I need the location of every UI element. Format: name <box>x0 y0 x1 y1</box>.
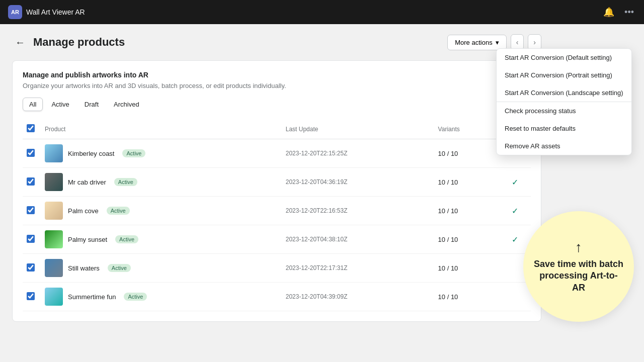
table-header-row: Product Last Update Variants <box>23 119 531 139</box>
table-row: Palmy sunset Active 2023-12-20T04:38:10Z… <box>23 225 531 254</box>
variants-cell: 10 / 10 <box>434 197 499 225</box>
status-badge: Active <box>114 178 137 186</box>
card-description: Organize your artworks into AR and 3D vi… <box>23 82 531 89</box>
nav-left: AR Wall Art Viewer AR <box>8 5 85 19</box>
product-cell: Palm cove Active <box>41 197 282 225</box>
row-checkbox-cell <box>23 168 41 197</box>
card-title: Manage and publish artworks into AR <box>23 71 531 79</box>
product-cell: Summertime fun Active <box>41 283 282 311</box>
row-checkbox[interactable] <box>27 177 35 186</box>
dropdown-item-remove-ar[interactable]: Remove AR assets <box>497 137 631 155</box>
row-checkbox-cell <box>23 283 41 311</box>
tooltip-arrow: ↑ <box>575 239 582 255</box>
product-thumbnail <box>45 259 63 277</box>
check-mark-icon: ✓ <box>512 207 518 215</box>
filter-tabs: All Active Draft Archived <box>23 98 531 111</box>
back-button[interactable]: ← <box>12 36 28 49</box>
product-name: Palmy sunset <box>68 236 107 243</box>
variants-cell: 10 / 10 <box>434 139 499 168</box>
check-cell: ✓ <box>499 197 531 225</box>
table-row: Palm cove Active 2023-12-20T22:16:53Z 10… <box>23 197 531 225</box>
product-thumbnail <box>45 144 63 162</box>
nav-right: 🔔 ••• <box>601 5 636 20</box>
status-badge: Active <box>124 293 147 301</box>
product-column-header: Product <box>41 119 282 139</box>
table-row: Kimberley coast Active 2023-12-20T22:15:… <box>23 139 531 168</box>
product-cell: Mr cab driver Active <box>41 168 282 197</box>
row-checkbox-cell <box>23 225 41 254</box>
row-checkbox[interactable] <box>27 292 35 300</box>
product-name: Still waters <box>68 264 100 272</box>
page-header: ← Manage products More actions ▾ ‹ › <box>12 34 541 50</box>
products-card: Manage and publish artworks into AR Orga… <box>12 60 541 322</box>
product-thumbnail <box>45 173 63 191</box>
row-checkbox-cell <box>23 197 41 225</box>
variants-cell: 10 / 10 <box>434 254 499 283</box>
dropdown-menu: Start AR Conversion (Default setting) St… <box>496 48 632 155</box>
products-table: Product Last Update Variants Kimberley c… <box>23 119 531 311</box>
row-checkbox[interactable] <box>27 206 35 214</box>
product-cell: Still waters Active <box>41 254 282 283</box>
last-update-cell: 2023-12-20T22:17:31Z <box>282 254 434 283</box>
last-update-cell: 2023-12-20T04:36:19Z <box>282 168 434 197</box>
variants-cell: 10 / 10 <box>434 225 499 254</box>
product-name: Kimberley coast <box>68 150 114 157</box>
tab-archived[interactable]: Archived <box>107 98 146 111</box>
product-cell: Kimberley coast Active <box>41 139 282 168</box>
page-title: Manage products <box>33 36 125 49</box>
dropdown-item-start-ar-landscape[interactable]: Start AR Conversion (Landscape setting) <box>497 84 631 102</box>
last-update-cell: 2023-12-20T04:39:09Z <box>282 283 434 311</box>
main-content: ← Manage products More actions ▾ ‹ › Man… <box>0 24 553 332</box>
tab-draft[interactable]: Draft <box>78 98 105 111</box>
table-row: Still waters Active 2023-12-20T22:17:31Z… <box>23 254 531 283</box>
product-name: Mr cab driver <box>68 178 106 186</box>
dropdown-item-start-ar-default[interactable]: Start AR Conversion (Default setting) <box>497 49 631 66</box>
status-badge: Active <box>122 149 145 157</box>
select-all-checkbox[interactable] <box>27 124 35 132</box>
app-name: Wall Art Viewer AR <box>26 8 85 16</box>
tab-all[interactable]: All <box>23 98 43 111</box>
product-thumbnail <box>45 288 63 306</box>
header-left: ← Manage products <box>12 36 125 49</box>
more-actions-button[interactable]: More actions ▾ <box>447 35 506 50</box>
product-cell: Palmy sunset Active <box>41 225 282 254</box>
top-nav: AR Wall Art Viewer AR 🔔 ••• <box>0 0 644 24</box>
row-checkbox-cell <box>23 254 41 283</box>
product-thumbnail <box>45 230 63 248</box>
status-badge: Active <box>107 207 130 215</box>
variants-cell: 10 / 10 <box>434 168 499 197</box>
product-thumbnail <box>45 202 63 220</box>
row-checkbox[interactable] <box>27 149 35 157</box>
check-mark-icon: ✓ <box>512 178 518 187</box>
last-update-cell: 2023-12-20T04:38:10Z <box>282 225 434 254</box>
lastupdate-column-header: Last Update <box>282 119 434 139</box>
last-update-cell: 2023-12-20T22:16:53Z <box>282 197 434 225</box>
variants-column-header: Variants <box>434 119 499 139</box>
check-cell: ✓ <box>499 168 531 197</box>
status-badge: Active <box>115 235 138 243</box>
dropdown-item-check-processing[interactable]: Check processing status <box>497 102 631 120</box>
dropdown-item-reset-master[interactable]: Reset to master defaults <box>497 120 631 137</box>
row-checkbox[interactable] <box>27 263 35 272</box>
table-row: Mr cab driver Active 2023-12-20T04:36:19… <box>23 168 531 197</box>
tooltip-text: Save time with batch processing Art-to-A… <box>533 258 624 294</box>
app-icon: AR <box>8 5 22 19</box>
status-badge: Active <box>108 264 131 272</box>
tab-active[interactable]: Active <box>45 98 75 111</box>
product-name: Summertime fun <box>68 293 116 301</box>
check-mark-icon: ✓ <box>512 235 518 244</box>
dropdown-item-start-ar-portrait[interactable]: Start AR Conversion (Portrait setting) <box>497 66 631 84</box>
row-checkbox[interactable] <box>27 235 35 243</box>
check-cell <box>499 283 531 311</box>
tooltip-bubble: ↑ Save time with batch processing Art-to… <box>523 211 634 322</box>
notification-icon[interactable]: 🔔 <box>601 5 616 20</box>
last-update-cell: 2023-12-20T22:15:25Z <box>282 139 434 168</box>
select-all-header <box>23 119 41 139</box>
table-row: Summertime fun Active 2023-12-20T04:39:0… <box>23 283 531 311</box>
product-name: Palm cove <box>68 207 99 215</box>
more-nav-icon[interactable]: ••• <box>622 5 636 20</box>
variants-cell: 10 / 10 <box>434 283 499 311</box>
row-checkbox-cell <box>23 139 41 168</box>
